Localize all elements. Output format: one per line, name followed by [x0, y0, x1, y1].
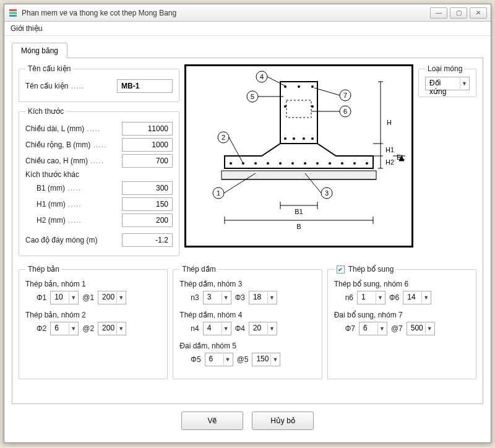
svg-line-41 — [314, 88, 340, 95]
maximize-button[interactable]: ▢ — [450, 7, 467, 19]
client-area: Móng băng Tên cấu kiện Tên cấu kiện Kích — [4, 36, 491, 442]
title-dai-dam-5: Đai dầm, nhóm 5 — [179, 342, 315, 350]
combo-at2[interactable]: 200▼ — [98, 322, 126, 335]
legend-loai-mong: Loại móng — [425, 64, 465, 73]
svg-text:H1: H1 — [385, 146, 394, 153]
combo-phi2[interactable]: 6▼ — [50, 322, 79, 335]
label-h2: H2 (mm) — [37, 216, 122, 225]
svg-text:7: 7 — [343, 92, 347, 99]
svg-rect-27 — [286, 100, 311, 118]
group-ten-cau-kien: Tên cấu kiện Tên cấu kiện — [19, 64, 179, 102]
minimize-button[interactable]: — — [430, 7, 447, 19]
draw-button[interactable]: Vẽ — [181, 411, 243, 430]
svg-text:5: 5 — [251, 93, 254, 100]
legend-ten-cau-kien: Tên cấu kiện — [25, 64, 73, 73]
combo-loai-mong[interactable]: Đối xứng▼ — [425, 77, 470, 90]
svg-point-17 — [254, 162, 257, 165]
label-b1: B1 (mm) — [37, 184, 122, 192]
svg-point-9 — [284, 137, 286, 140]
label-phi1: Φ1 — [37, 293, 46, 302]
combo-phi6[interactable]: 14▼ — [403, 291, 431, 304]
title-thep-dam-4: Thép dầm, nhóm 4 — [179, 311, 315, 319]
app-window: Phan mem ve va thong ke cot thep Mong Ba… — [4, 4, 491, 443]
label-at5: @5 — [237, 355, 249, 364]
input-cao-do[interactable] — [122, 233, 173, 247]
svg-text:H2: H2 — [385, 158, 394, 166]
group-loai-mong: Loại móng Đối xứng▼ — [418, 64, 476, 97]
svg-point-25 — [353, 162, 356, 165]
label-at2: @2 — [82, 324, 94, 333]
input-h1[interactable] — [122, 197, 173, 211]
input-chieu-rong[interactable] — [122, 138, 173, 152]
svg-point-24 — [341, 162, 343, 165]
group-thep-bo-sung: ✔Thép bổ sung Thép bổ sung, nhóm 6 n6 1▼… — [327, 265, 476, 379]
input-ten-cau-kien[interactable] — [117, 79, 173, 93]
svg-point-15 — [230, 162, 232, 165]
svg-rect-0 — [9, 9, 17, 11]
input-b1[interactable] — [122, 181, 173, 195]
combo-phi4[interactable]: 20▼ — [249, 322, 277, 335]
combo-at5[interactable]: 150▼ — [252, 353, 280, 366]
svg-point-23 — [329, 162, 331, 165]
label-phi7: Φ7 — [345, 324, 355, 333]
tabset: Móng băng Tên cấu kiện Tên cấu kiện Kích — [12, 42, 483, 404]
combo-phi3[interactable]: 18▼ — [249, 291, 277, 304]
label-chieu-cao: Chiều cao, H (mm) — [25, 157, 122, 165]
combo-at1[interactable]: 200▼ — [98, 291, 126, 304]
label-n6: n6 — [345, 293, 353, 302]
menubar: Giới thiệu — [4, 22, 491, 36]
svg-point-12 — [311, 137, 314, 140]
svg-point-26 — [366, 162, 368, 165]
legend-kich-thuoc: Kích thước — [25, 107, 66, 116]
svg-rect-2 — [9, 15, 17, 17]
combo-n4[interactable]: 4▼ — [203, 322, 231, 335]
app-icon — [8, 8, 18, 18]
title-thep-bs-6: Thép bổ sung, nhóm 6 — [334, 280, 470, 288]
svg-text:B1: B1 — [295, 208, 303, 215]
combo-phi5[interactable]: 6▼ — [205, 353, 233, 366]
checkbox-thep-bo-sung[interactable]: ✔ — [337, 265, 345, 274]
svg-rect-1 — [9, 12, 17, 14]
title-thep-ban-1: Thép bản, nhóm 1 — [25, 280, 161, 288]
label-h1: H1 (mm) — [37, 200, 122, 209]
label-phi2: Φ2 — [37, 324, 46, 333]
svg-text:2: 2 — [222, 134, 225, 141]
label-ten-cau-kien: Tên cấu kiện — [25, 82, 117, 90]
title-thep-ban-2: Thép bản, nhóm 2 — [25, 311, 161, 319]
title-thep-dam-3: Thép dầm, nhóm 3 — [179, 280, 315, 288]
label-phi6: Φ6 — [389, 293, 399, 302]
label-chieu-rong: Chiều rộng, B (mm) — [25, 140, 122, 149]
svg-point-22 — [316, 162, 319, 165]
input-chieu-dai[interactable] — [122, 122, 173, 136]
legend-thep-ban: Thép bản — [25, 265, 62, 274]
svg-rect-4 — [222, 171, 376, 179]
group-kich-thuoc: Kích thước Chiều dài, L (mm) Chiều rộng,… — [19, 107, 179, 256]
svg-text:1: 1 — [217, 189, 220, 197]
label-chieu-dai: Chiều dài, L (mm) — [25, 124, 122, 133]
combo-phi1[interactable]: 10▼ — [50, 291, 79, 304]
label-at7: @7 — [391, 324, 403, 333]
svg-line-33 — [229, 137, 243, 163]
combo-n6[interactable]: 1▼ — [357, 291, 385, 304]
combo-n3[interactable]: 3▼ — [203, 291, 231, 304]
label-n4: n4 — [191, 324, 199, 333]
input-chieu-cao[interactable] — [122, 154, 173, 168]
combo-at7[interactable]: 500▼ — [407, 322, 435, 335]
svg-point-19 — [279, 162, 282, 165]
tab-mong-bang[interactable]: Móng băng — [12, 43, 67, 58]
label-phi3: Φ3 — [235, 293, 245, 302]
combo-phi7[interactable]: 6▼ — [359, 322, 387, 335]
svg-text:6: 6 — [343, 108, 347, 115]
svg-point-10 — [293, 137, 295, 140]
window-title: Phan mem ve va thong ke cot thep Mong Ba… — [22, 9, 428, 17]
legend-thep-dam: Thép dầm — [179, 265, 218, 274]
titlebar: Phan mem ve va thong ke cot thep Mong Ba… — [4, 4, 491, 22]
input-h2[interactable] — [122, 213, 173, 227]
menu-about[interactable]: Giới thiệu — [11, 24, 42, 33]
section-diagram: 4 5 2 1 3 6 7 — [184, 64, 413, 248]
cancel-button[interactable]: Hủy bỏ — [252, 411, 314, 430]
close-button[interactable]: ✕ — [470, 7, 487, 19]
svg-point-20 — [291, 162, 294, 165]
label-phi4: Φ4 — [235, 324, 245, 333]
label-n3: n3 — [191, 293, 199, 302]
